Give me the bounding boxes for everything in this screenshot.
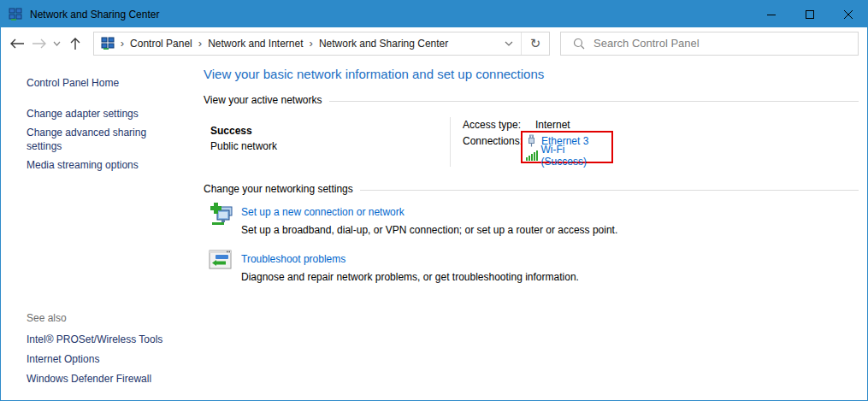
connections-label: Connections:: [463, 135, 523, 147]
close-button[interactable]: [829, 1, 867, 27]
access-type-value: Internet: [535, 119, 570, 131]
refresh-button[interactable]: ↻: [522, 32, 549, 55]
troubleshoot-icon: [209, 250, 233, 273]
annotation-highlight-box: Ethernet 3 Wi-Fi (Success): [521, 131, 613, 163]
forward-button[interactable]: [28, 32, 50, 55]
window-controls: [752, 1, 867, 27]
titlebar: Network and Sharing Center: [1, 1, 867, 27]
connection-link-wifi[interactable]: Wi-Fi (Success): [541, 144, 611, 168]
sidebar-item-windows-defender-firewall[interactable]: Windows Defender Firewall: [27, 372, 151, 386]
breadcrumb-network-sharing-center[interactable]: Network and Sharing Center: [314, 38, 453, 50]
address-network-icon: [94, 37, 120, 50]
address-bar[interactable]: › Control Panel › Network and Internet ›…: [93, 32, 550, 56]
ethernet-icon: [526, 134, 541, 147]
page-title: View your basic network information and …: [204, 67, 544, 81]
maximize-button[interactable]: [790, 1, 829, 27]
forward-icon: [32, 38, 47, 49]
connection-row-wifi: Wi-Fi (Success): [526, 148, 611, 162]
navigation-bar: › Control Panel › Network and Internet ›…: [1, 27, 867, 59]
sidebar-item-intel-proset-wireless-tools[interactable]: Intel® PROSet/Wireless Tools: [27, 333, 162, 346]
search-input[interactable]: [593, 33, 858, 54]
access-type-label: Access type:: [463, 119, 521, 131]
search-box: [560, 32, 859, 56]
back-button[interactable]: [6, 32, 28, 55]
network-type: Public network: [210, 140, 277, 152]
active-network-divider: [450, 117, 451, 167]
close-icon: [843, 9, 853, 20]
search-icon: [573, 38, 585, 50]
sidebar-item-change-adapter-settings[interactable]: Change adapter settings: [27, 107, 139, 121]
setup-new-connection-link[interactable]: Set up a new connection or network: [241, 206, 404, 218]
maximize-icon: [805, 9, 815, 20]
window-title: Network and Sharing Center: [30, 9, 159, 21]
up-icon: [70, 37, 80, 50]
setup-new-connection-description: Set up a broadband, dial-up, or VPN conn…: [241, 224, 617, 236]
active-networks-section-title: View your active networks: [204, 94, 322, 106]
back-icon: [9, 38, 25, 49]
active-networks-section-header: View your active networks: [204, 94, 859, 106]
section-rule: [329, 101, 859, 102]
network-name: Success: [210, 125, 252, 137]
sidebar-item-change-advanced-sharing-settings[interactable]: Change advanced sharing settings: [27, 126, 165, 153]
networking-settings-section-header: Change your networking settings: [204, 183, 859, 195]
wifi-signal-icon: [526, 150, 541, 161]
new-connection-icon: [209, 203, 234, 229]
recent-pages-button[interactable]: [50, 32, 64, 55]
minimize-icon: [766, 9, 776, 20]
troubleshoot-problems-description: Diagnose and repair network problems, or…: [241, 271, 579, 283]
troubleshoot-problems-link[interactable]: Troubleshoot problems: [241, 253, 345, 265]
sidebar-item-control-panel-home[interactable]: Control Panel Home: [27, 76, 119, 90]
address-dropdown-chevron-icon: [505, 41, 513, 46]
breadcrumb-control-panel[interactable]: Control Panel: [125, 38, 198, 50]
network-sharing-center-window: { "window": { "title": "Network and Shar…: [0, 0, 868, 401]
network-icon: [9, 8, 22, 21]
refresh-icon: ↻: [530, 36, 541, 51]
sidebar-item-media-streaming-options[interactable]: Media streaming options: [27, 158, 139, 172]
address-dropdown-button[interactable]: [497, 32, 521, 55]
section-rule: [360, 190, 859, 191]
networking-settings-section-title: Change your networking settings: [204, 183, 353, 195]
minimize-button[interactable]: [752, 1, 790, 27]
see-also-header: See also: [27, 312, 67, 324]
sidebar-item-internet-options[interactable]: Internet Options: [27, 352, 99, 366]
breadcrumb-network-and-internet[interactable]: Network and Internet: [203, 38, 308, 50]
recent-pages-chevron-icon: [53, 41, 61, 46]
up-button[interactable]: [64, 32, 86, 55]
